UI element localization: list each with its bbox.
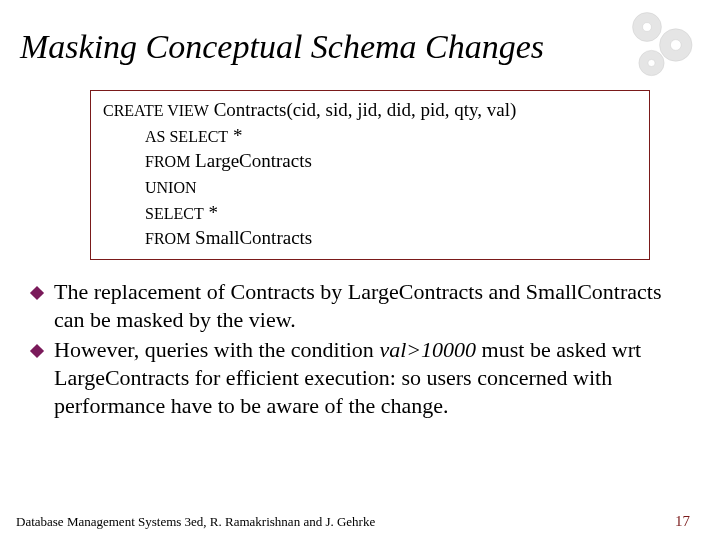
bullet-icon [30, 286, 44, 300]
list-item: However, queries with the condition val>… [32, 336, 696, 420]
bullet-icon [30, 344, 44, 358]
svg-point-5 [648, 59, 655, 66]
bullet-text-2: However, queries with the condition val>… [54, 336, 696, 420]
gears-icon [620, 0, 710, 90]
code-view-signature: Contracts(cid, sid, jid, did, pid, qty, … [209, 99, 516, 120]
keyword-union: UNION [145, 179, 197, 196]
bullet-2-italic: val>10000 [379, 337, 476, 362]
keyword-from-1: FROM [145, 153, 190, 170]
page-number: 17 [675, 513, 690, 530]
keyword-from-2: FROM [145, 230, 190, 247]
keyword-as-select: AS SELECT [145, 128, 228, 145]
list-item: The replacement of Contracts by LargeCon… [32, 278, 696, 334]
keyword-select-2: SELECT [145, 205, 204, 222]
code-table-2: SmallContracts [190, 227, 312, 248]
svg-point-3 [670, 40, 681, 51]
code-star-1: * [228, 125, 242, 146]
code-table-1: LargeContracts [190, 150, 312, 171]
code-star-2: * [204, 202, 218, 223]
bullet-2-part-a: However, queries with the condition [54, 337, 379, 362]
keyword-create-view: CREATE VIEW [103, 102, 209, 119]
svg-point-1 [643, 23, 652, 32]
bullet-text-1: The replacement of Contracts by LargeCon… [54, 278, 696, 334]
bullet-list: The replacement of Contracts by LargeCon… [0, 278, 720, 421]
slide-title: Masking Conceptual Schema Changes [0, 0, 720, 76]
code-block: CREATE VIEW Contracts(cid, sid, jid, did… [90, 90, 650, 260]
footer-citation: Database Management Systems 3ed, R. Rama… [16, 514, 375, 530]
